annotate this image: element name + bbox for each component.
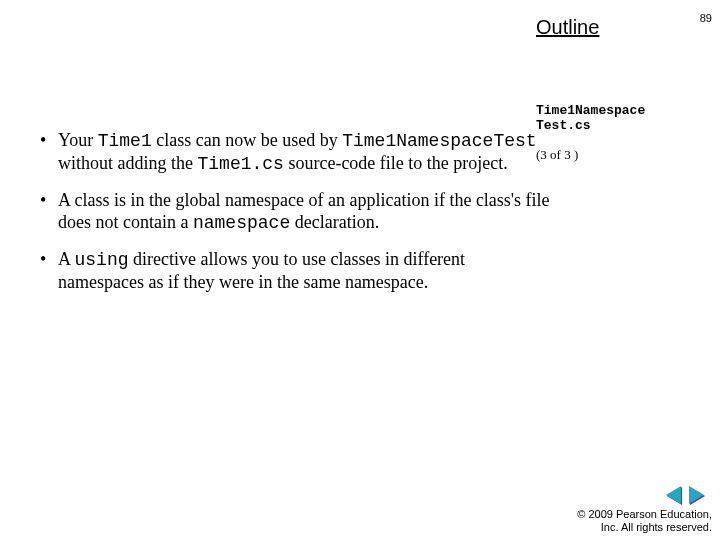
file-name-line1: Time1Namespace bbox=[536, 104, 706, 119]
bullet-text: source-code file to the project. bbox=[284, 153, 508, 173]
slide-body: Your Time1 class can now be used by Time… bbox=[40, 130, 550, 308]
slide-header: Outline 89 bbox=[0, 8, 720, 32]
copyright-line: © 2009 Pearson Education, bbox=[577, 508, 712, 521]
next-slide-button[interactable] bbox=[687, 486, 706, 504]
bullet-item: A using directive allows you to use clas… bbox=[40, 249, 550, 294]
bullet-item: Your Time1 class can now be used by Time… bbox=[40, 130, 550, 176]
page-number: 89 bbox=[700, 12, 712, 24]
bullet-text: declaration. bbox=[290, 212, 379, 232]
code-span: namespace bbox=[193, 213, 290, 233]
outline-title: Outline bbox=[536, 16, 599, 39]
prev-slide-button[interactable] bbox=[664, 486, 683, 504]
triangle-right-icon bbox=[689, 486, 704, 504]
bullet-text: without adding the bbox=[58, 153, 197, 173]
file-reference: Time1Namespace Test.cs (3 of 3 ) bbox=[536, 104, 706, 163]
code-span: Time1.cs bbox=[197, 154, 283, 174]
bullet-text: Your bbox=[58, 130, 98, 150]
bullet-text: A bbox=[58, 249, 75, 269]
code-span: Time1 bbox=[98, 131, 152, 151]
bullet-text: class can now be used by bbox=[152, 130, 342, 150]
page-of-indicator: (3 of 3 ) bbox=[536, 148, 706, 163]
file-name-line2: Test.cs bbox=[536, 119, 706, 134]
code-span: Time1NamespaceTest bbox=[342, 131, 536, 151]
triangle-left-icon bbox=[666, 486, 681, 504]
bullet-item: A class is in the global namespace of an… bbox=[40, 190, 550, 235]
copyright-footer: © 2009 Pearson Education, Inc. All right… bbox=[577, 508, 712, 534]
copyright-line: Inc. All rights reserved. bbox=[577, 521, 712, 534]
nav-buttons bbox=[664, 486, 706, 508]
code-span: using bbox=[75, 250, 129, 270]
